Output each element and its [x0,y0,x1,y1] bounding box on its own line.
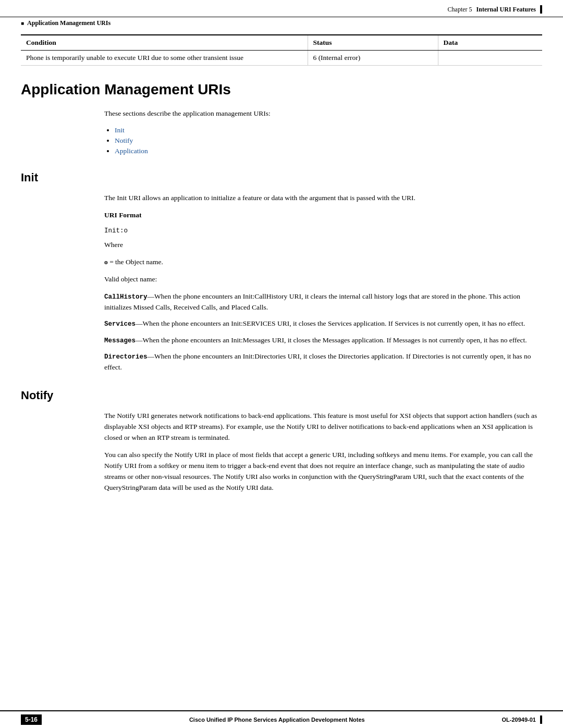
footer-page-num: 5-16 [21,714,42,725]
def-separator: — [136,319,143,327]
col-header-status: Status [308,35,438,51]
page-footer: 5-16 Cisco Unified IP Phone Services App… [0,710,563,728]
notify-body2: You can also specify the Notify URI in p… [104,450,542,493]
table-cell-data [438,51,542,66]
list-item[interactable]: Init [115,126,542,134]
def-separator: — [136,336,143,344]
list-item[interactable]: Application [115,147,542,155]
header-bar [540,5,542,14]
init-def-para: Services—When the phone encounters an In… [104,318,542,329]
uri-code: Init:o [104,227,542,235]
init-body1: The Init URI allows an application to in… [104,193,542,204]
def-separator: — [148,292,155,300]
notify-title: Notify [21,389,542,402]
where-text: Where [104,241,123,249]
where-label: Where [104,240,542,251]
notify-body1: The Notify URI generates network notific… [104,411,542,443]
o-desc: o = the Object name. [104,257,542,268]
footer-doc-title: Cisco Unified IP Phone Services Applicat… [52,717,502,723]
condition-table: Condition Status Data Phone is temporari… [21,34,542,66]
init-title: Init [21,171,542,184]
uri-format-label: URI Format [104,211,142,219]
col-header-condition: Condition [21,35,308,51]
table-cell-status: 6 (Internal error) [308,51,438,66]
init-def-para: Messages—When the phone encounters an In… [104,335,542,346]
nav-link[interactable]: Init [115,126,125,134]
def-term: Messages [104,337,136,344]
def-text: When the phone encounters an Init:Direct… [104,352,531,371]
def-text: When the phone encounters an Init:CallHi… [104,292,520,311]
def-separator: — [148,352,155,360]
o-bold: o [104,258,108,266]
def-term: Services [104,320,136,328]
list-item[interactable]: Notify [115,137,542,145]
init-definitions: CallHistory—When the phone encounters an… [21,291,542,373]
init-def-para: CallHistory—When the phone encounters an… [104,291,542,313]
def-term: Directories [104,353,148,361]
o-desc-text: = the Object name. [109,258,163,266]
def-term: CallHistory [104,293,148,301]
header-chapter: Chapter 5 [448,6,472,14]
footer-doc-num: OL-20949-01 [502,717,536,723]
main-content: Condition Status Data Phone is temporari… [0,29,563,531]
footer-bar [540,715,542,724]
breadcrumb: Application Management URIs [0,17,563,29]
valid-label: Valid object name: [104,274,542,285]
uri-format-block: URI Format [104,210,542,221]
nav-link[interactable]: Application [115,147,148,155]
nav-link[interactable]: Notify [115,137,133,144]
init-def-para: Directories—When the phone encounters an… [104,351,542,373]
page-header: Chapter 5 Internal URI Features [0,0,563,17]
main-links-list: InitNotifyApplication [115,126,542,155]
def-text: When the phone encounters an Init:SERVIC… [143,319,525,327]
header-title: Internal URI Features [476,6,536,14]
table-row: Phone is temporarily unable to execute U… [21,51,542,66]
main-section-title: Application Management URIs [21,81,542,98]
table-cell-condition: Phone is temporarily unable to execute U… [21,51,308,66]
main-intro: These sections describe the application … [104,108,542,119]
def-text: When the phone encounters an Init:Messag… [143,336,527,344]
col-header-data: Data [438,35,542,51]
